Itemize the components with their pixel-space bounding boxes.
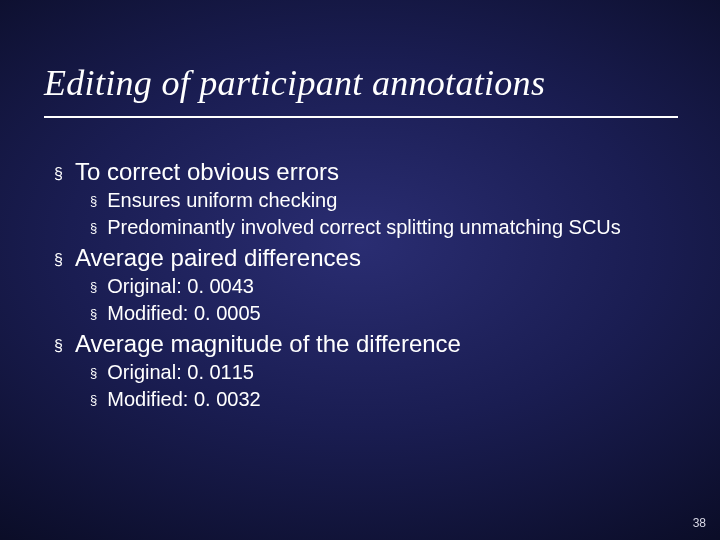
list-item-text: Original: 0. 0043 <box>107 274 254 299</box>
list-item-text: Modified: 0. 0005 <box>107 301 260 326</box>
slide-body: § To correct obvious errors § Ensures un… <box>54 158 676 412</box>
bullet-icon: § <box>90 365 97 381</box>
list-item: § Original: 0. 0043 <box>90 274 676 299</box>
bullet-icon: § <box>54 250 63 269</box>
list-item: § Modified: 0. 0032 <box>90 387 676 412</box>
list-item: § Ensures uniform checking <box>90 188 676 213</box>
bullet-icon: § <box>90 392 97 408</box>
list-item: § Modified: 0. 0005 <box>90 301 676 326</box>
bullet-icon: § <box>90 220 97 236</box>
bullet-icon: § <box>54 336 63 355</box>
list-item: § Original: 0. 0115 <box>90 360 676 385</box>
bullet-icon: § <box>90 193 97 209</box>
list-item: § Average paired differences <box>54 244 676 272</box>
list-item-text: Average paired differences <box>75 244 361 272</box>
list-item: § Predominantly involved correct splitti… <box>90 215 676 240</box>
list-item: § To correct obvious errors <box>54 158 676 186</box>
title-underline <box>44 116 678 118</box>
list-item-text: Ensures uniform checking <box>107 188 337 213</box>
bullet-icon: § <box>90 279 97 295</box>
bullet-icon: § <box>90 306 97 322</box>
slide-title: Editing of participant annotations <box>44 62 676 104</box>
list-item-text: To correct obvious errors <box>75 158 339 186</box>
list-item-text: Original: 0. 0115 <box>107 360 254 385</box>
list-item: § Average magnitude of the difference <box>54 330 676 358</box>
page-number: 38 <box>693 516 706 530</box>
bullet-icon: § <box>54 164 63 183</box>
list-item-text: Modified: 0. 0032 <box>107 387 260 412</box>
list-item-text: Average magnitude of the difference <box>75 330 461 358</box>
list-item-text: Predominantly involved correct splitting… <box>107 215 621 240</box>
slide: Editing of participant annotations § To … <box>0 0 720 540</box>
